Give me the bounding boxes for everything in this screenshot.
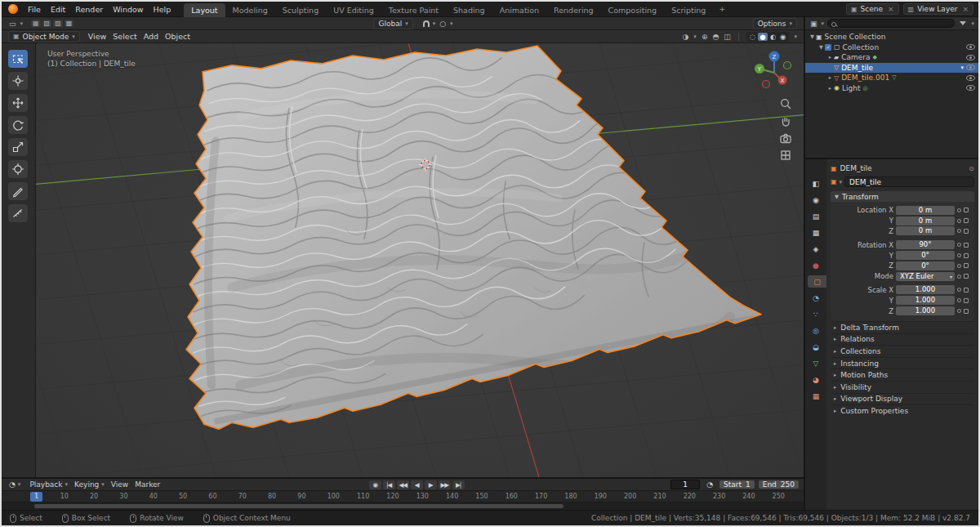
animate-dot-icon[interactable] bbox=[957, 275, 961, 279]
viewport-menu-object[interactable]: Object bbox=[162, 32, 194, 41]
properties-tab-render[interactable]: ◉ bbox=[805, 194, 826, 206]
checkbox-icon[interactable]: ✓ bbox=[825, 44, 831, 51]
pan-hand-icon[interactable] bbox=[779, 114, 792, 127]
shading-rendered-button[interactable]: ◉ bbox=[778, 33, 787, 41]
shading-dropdown-icon[interactable]: ▾ bbox=[794, 33, 797, 40]
animate-dot-icon[interactable] bbox=[957, 288, 961, 292]
frame-start-field[interactable]: Start1 bbox=[719, 480, 755, 489]
navigation-gizmo[interactable]: Z Y X bbox=[750, 48, 795, 96]
scene-unlink-icon[interactable]: × bbox=[888, 5, 894, 13]
outliner-row-collection[interactable]: ▼✓▢Collection bbox=[805, 42, 978, 53]
lock-icon[interactable] bbox=[964, 263, 969, 268]
lock-icon[interactable] bbox=[964, 309, 969, 314]
field-rotation-x[interactable]: 90° bbox=[896, 240, 955, 249]
menu-help[interactable]: Help bbox=[149, 5, 176, 14]
tab-layout[interactable]: Layout bbox=[184, 3, 225, 17]
rotate-tool-button[interactable] bbox=[8, 116, 28, 134]
tool-option-2-icon[interactable]: ▧ bbox=[42, 20, 52, 27]
measure-tool-button[interactable] bbox=[8, 204, 28, 222]
play-reverse-button[interactable]: ◀ bbox=[411, 480, 423, 489]
snap-magnet-icon[interactable] bbox=[423, 20, 430, 27]
section-custom-properties[interactable]: ▸Custom Properties bbox=[831, 404, 974, 417]
animate-dot-icon[interactable] bbox=[957, 219, 961, 223]
outliner-row-light[interactable]: ▸◉Light◎ bbox=[805, 83, 978, 94]
animate-dot-icon[interactable] bbox=[957, 253, 961, 257]
properties-tab-material[interactable]: ◕ bbox=[805, 373, 826, 386]
object-name-field[interactable]: DEM_tile bbox=[844, 176, 974, 187]
outliner-editor-icon[interactable]: ▣ bbox=[809, 20, 818, 28]
outliner-row-camera[interactable]: ▸▰Camera◆ bbox=[805, 52, 978, 63]
camera-view-icon[interactable] bbox=[779, 132, 792, 145]
add-workspace-button[interactable]: + bbox=[713, 2, 731, 16]
section-viewport-display[interactable]: ▸Viewport Display bbox=[831, 393, 974, 405]
properties-tab-physics[interactable]: ◎ bbox=[805, 324, 826, 337]
proportional-dropdown-icon[interactable]: ▾ bbox=[450, 20, 453, 27]
visibility-eye-icon[interactable] bbox=[966, 65, 975, 70]
properties-tab-output[interactable]: ▤ bbox=[805, 210, 826, 222]
outliner-search-input[interactable] bbox=[827, 19, 955, 28]
visibility-dropdown-icon[interactable]: ▾ bbox=[693, 33, 697, 40]
viewport-menu-add[interactable]: Add bbox=[140, 32, 162, 41]
lock-icon[interactable] bbox=[964, 229, 969, 234]
field-y[interactable]: 0 m bbox=[896, 217, 955, 226]
auto-key-button[interactable]: ◉ bbox=[369, 480, 381, 489]
prev-keyframe-button[interactable]: ◀◀ bbox=[397, 480, 409, 489]
visibility-eye-icon[interactable] bbox=[966, 75, 975, 81]
properties-tab-constraints[interactable]: ◒ bbox=[805, 341, 826, 353]
lock-icon[interactable] bbox=[964, 288, 969, 293]
expander-icon[interactable]: ▼ bbox=[808, 33, 816, 40]
scrollbar-thumb[interactable] bbox=[34, 504, 564, 508]
field-z[interactable]: 1.000 bbox=[896, 306, 955, 315]
viewport-menu-view[interactable]: View bbox=[85, 32, 110, 41]
frame-end-field[interactable]: End250 bbox=[759, 480, 799, 489]
section-delta-transform[interactable]: ▸Delta Transform bbox=[831, 321, 974, 333]
blender-logo-icon[interactable] bbox=[8, 4, 18, 14]
section-instancing[interactable]: ▸Instancing bbox=[831, 357, 974, 369]
menu-render[interactable]: Render bbox=[70, 5, 108, 14]
animate-dot-icon[interactable] bbox=[957, 229, 961, 233]
shading-material-button[interactable]: ◐ bbox=[768, 33, 777, 41]
select-box-tool-button[interactable] bbox=[8, 50, 28, 68]
properties-tab-particles[interactable]: ∵ bbox=[805, 308, 826, 320]
expander-icon[interactable]: ▸ bbox=[826, 85, 834, 92]
viewport-menu-select[interactable]: Select bbox=[109, 32, 140, 41]
visibility-eye-icon[interactable] bbox=[966, 85, 975, 91]
field-mode[interactable]: XYZ Euler▾ bbox=[896, 272, 955, 281]
tab-animation[interactable]: Animation bbox=[492, 3, 546, 17]
properties-tab-active-tool[interactable]: ◧ bbox=[805, 177, 826, 190]
filter-funnel-icon[interactable] bbox=[960, 21, 966, 25]
object-visibility-icon[interactable]: ◑ bbox=[683, 33, 689, 41]
shading-wireframe-button[interactable]: ◌ bbox=[748, 33, 757, 41]
active-tool-icon[interactable]: ▭ bbox=[8, 20, 17, 28]
animate-dot-icon[interactable] bbox=[957, 208, 961, 212]
tool-option-1-icon[interactable]: ▦ bbox=[31, 20, 41, 27]
outliner-row-scene-collection[interactable]: ▼▣Scene Collection bbox=[805, 32, 978, 42]
timeline-menu-view[interactable]: View bbox=[109, 480, 131, 489]
properties-tab-scene[interactable]: ◈ bbox=[805, 243, 826, 255]
timeline-menu-keying[interactable]: Keying▾ bbox=[72, 480, 107, 489]
overlays-toggle-icon[interactable]: ◓ bbox=[712, 33, 719, 41]
xray-toggle-icon[interactable]: ◫ bbox=[724, 33, 731, 41]
chevron-down-icon[interactable]: ▾ bbox=[960, 65, 964, 71]
options-dropdown[interactable]: Options ▾ bbox=[753, 18, 797, 29]
lock-icon[interactable] bbox=[964, 274, 969, 279]
animate-dot-icon[interactable] bbox=[957, 264, 961, 268]
menu-file[interactable]: File bbox=[23, 5, 46, 14]
properties-tab-view-layer[interactable]: ▦ bbox=[805, 226, 826, 239]
outliner-row-dem-tile-001[interactable]: ▸▽DEM_tile.001▽ bbox=[805, 73, 978, 83]
pin-icon[interactable]: ⊙ bbox=[969, 165, 974, 172]
jump-to-end-button[interactable]: ▶| bbox=[452, 480, 465, 489]
properties-tab-modifiers[interactable]: ◔ bbox=[805, 292, 826, 304]
jump-to-start-button[interactable]: |◀ bbox=[383, 480, 395, 489]
transform-tool-button[interactable] bbox=[8, 160, 28, 178]
next-keyframe-button[interactable]: ▶▶ bbox=[439, 480, 451, 489]
snap-dropdown-icon[interactable]: ▾ bbox=[433, 20, 436, 27]
mode-selector[interactable]: ▣ Object Mode ▾ bbox=[8, 31, 80, 42]
filter-dropdown-icon[interactable]: ▾ bbox=[971, 20, 974, 27]
outliner-display-dropdown-icon[interactable]: ▾ bbox=[822, 20, 825, 27]
tab-compositing[interactable]: Compositing bbox=[601, 3, 665, 17]
id-dropdown-icon[interactable]: ▾ bbox=[840, 179, 843, 185]
scale-tool-button[interactable] bbox=[8, 138, 28, 156]
active-tool-dropdown-icon[interactable]: ▾ bbox=[20, 20, 24, 27]
tool-option-3-icon[interactable]: ▨ bbox=[53, 20, 63, 27]
